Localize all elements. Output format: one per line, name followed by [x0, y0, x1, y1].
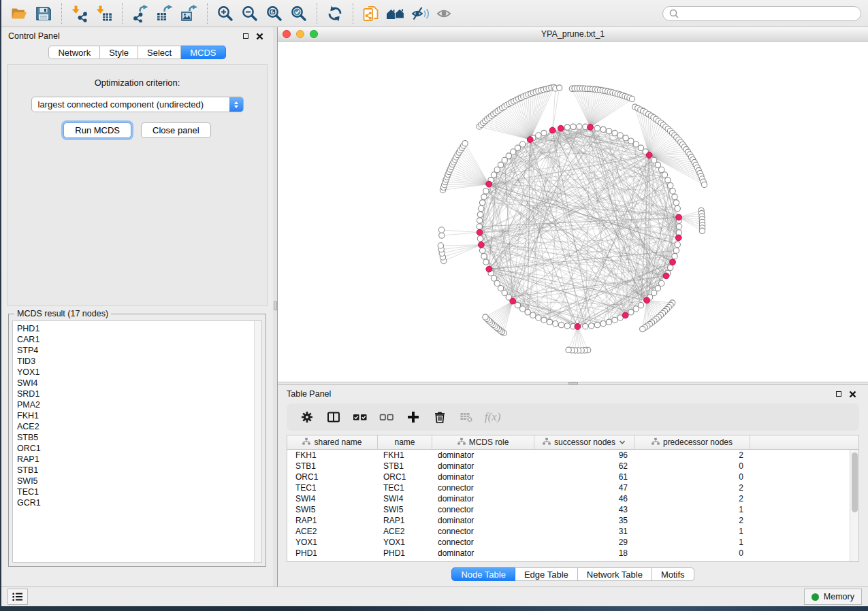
new-network-from-selection-icon[interactable]: [359, 3, 383, 24]
table-options-gear-icon[interactable]: [293, 407, 320, 427]
table-row[interactable]: SWI4SWI4dominator462: [287, 493, 858, 504]
table-cell[interactable]: YOX1: [287, 538, 378, 547]
table-row[interactable]: PHD1PHD1dominator180: [287, 548, 858, 559]
table-cell[interactable]: dominator: [432, 461, 534, 471]
import-table-file-icon[interactable]: [92, 3, 116, 24]
table-cell[interactable]: 1: [634, 538, 750, 547]
close-panel-icon[interactable]: [253, 30, 266, 42]
table-cell[interactable]: 2: [634, 494, 750, 503]
table-cell[interactable]: YOX1: [378, 538, 432, 547]
table-row[interactable]: STB1STB1dominator620: [287, 461, 858, 472]
add-column-plus-icon[interactable]: [400, 407, 426, 427]
mcds-result-item[interactable]: PHD1: [17, 323, 254, 334]
tab-select[interactable]: Select: [138, 46, 181, 59]
table-cell[interactable]: SWI4: [287, 494, 378, 503]
zoom-in-icon[interactable]: [213, 3, 238, 24]
close-panel-button[interactable]: Close panel: [141, 122, 211, 138]
select-all-checkboxes-icon[interactable]: [347, 407, 373, 427]
table-cell[interactable]: RAP1: [378, 516, 432, 525]
hide-graphics-details-icon[interactable]: [408, 3, 432, 24]
table-cell[interactable]: SWI5: [287, 505, 378, 514]
table-cell[interactable]: STB1: [287, 461, 378, 471]
table-row[interactable]: RAP1RAP1dominator352: [287, 515, 858, 526]
table-cell[interactable]: SWI5: [378, 505, 432, 514]
mcds-result-item[interactable]: ORC1: [17, 443, 254, 454]
mcds-result-item[interactable]: PMA2: [17, 399, 254, 410]
table-cell[interactable]: ORC1: [287, 472, 378, 482]
split-view-icon[interactable]: [320, 407, 347, 427]
table-cell[interactable]: dominator: [432, 516, 534, 525]
column-header-shared-name[interactable]: shared name: [287, 435, 378, 449]
mcds-result-item[interactable]: GCR1: [17, 497, 254, 508]
network-canvas[interactable]: [278, 42, 868, 382]
column-header-predecessor-nodes[interactable]: predecessor nodes: [634, 435, 750, 449]
table-cell[interactable]: SWI4: [378, 494, 432, 503]
table-cell[interactable]: 96: [534, 450, 634, 460]
table-row[interactable]: ACE2ACE2connector311: [287, 526, 858, 537]
table-cell[interactable]: 61: [534, 472, 634, 482]
table-cell[interactable]: 18: [534, 548, 634, 558]
table-row[interactable]: FKH1FKH1dominator962: [287, 450, 858, 461]
column-header-name[interactable]: name: [378, 435, 432, 449]
table-cell[interactable]: connector: [432, 527, 534, 536]
table-cell[interactable]: PHD1: [287, 548, 378, 558]
table-cell[interactable]: FKH1: [378, 450, 432, 460]
mcds-result-item[interactable]: YOX1: [17, 367, 254, 378]
table-cell[interactable]: STB1: [378, 461, 432, 471]
close-panel-icon[interactable]: [846, 388, 859, 400]
mcds-result-item[interactable]: TID3: [17, 356, 254, 367]
table-cell[interactable]: 29: [534, 538, 634, 547]
table-cell[interactable]: 2: [634, 483, 750, 493]
mcds-result-item[interactable]: TEC1: [17, 486, 254, 497]
zoom-selected-region-icon[interactable]: [287, 3, 311, 24]
table-cell[interactable]: 31: [534, 527, 634, 536]
refresh-view-icon[interactable]: [323, 3, 347, 24]
table-cell[interactable]: 46: [534, 494, 634, 503]
two-houses-icon[interactable]: [383, 3, 408, 24]
open-file-icon[interactable]: [7, 3, 31, 24]
task-history-button[interactable]: [7, 589, 28, 605]
table-cell[interactable]: 0: [634, 548, 750, 558]
scrollbar-thumb[interactable]: [852, 452, 858, 512]
float-panel-icon[interactable]: [832, 388, 846, 400]
table-cell[interactable]: connector: [432, 538, 534, 547]
column-header-successor-nodes[interactable]: successor nodes: [534, 435, 634, 449]
mcds-result-item[interactable]: STB1: [17, 465, 254, 476]
table-cell[interactable]: PHD1: [378, 548, 432, 558]
search-box[interactable]: [662, 6, 861, 21]
table-cell[interactable]: ORC1: [378, 472, 432, 482]
mcds-result-item[interactable]: SWI4: [17, 378, 254, 389]
table-cell[interactable]: dominator: [432, 548, 534, 558]
table-cell[interactable]: 47: [534, 483, 634, 493]
table-cell[interactable]: ACE2: [287, 527, 378, 536]
export-network-icon[interactable]: [128, 3, 152, 24]
table-cell[interactable]: 62: [534, 461, 634, 471]
mcds-result-item[interactable]: ACE2: [17, 421, 254, 432]
export-table-icon[interactable]: [152, 3, 177, 24]
table-cell[interactable]: dominator: [432, 472, 534, 482]
export-image-icon[interactable]: [177, 3, 202, 24]
memory-button[interactable]: Memory: [804, 589, 862, 605]
table-cell[interactable]: 2: [634, 516, 750, 525]
mcds-result-item[interactable]: STP4: [17, 345, 254, 356]
search-input[interactable]: [683, 8, 855, 19]
table-cell[interactable]: dominator: [432, 450, 534, 460]
table-row[interactable]: YOX1YOX1connector291: [287, 537, 858, 548]
splitter-handle[interactable]: [568, 382, 578, 384]
tab-network[interactable]: Network: [48, 46, 100, 59]
mcds-result-item[interactable]: RAP1: [17, 454, 254, 465]
table-cell[interactable]: TEC1: [287, 483, 378, 493]
save-session-icon[interactable]: [31, 3, 56, 24]
table-cell[interactable]: 43: [534, 505, 634, 514]
table-cell[interactable]: connector: [432, 483, 534, 493]
optimization-criterion-dropdown[interactable]: largest connected component (undirected): [31, 97, 244, 112]
zoom-out-icon[interactable]: [238, 3, 262, 24]
deselect-all-checkboxes-icon[interactable]: [373, 407, 400, 427]
horizontal-splitter[interactable]: [278, 382, 868, 385]
mcds-result-item[interactable]: STB5: [17, 432, 254, 443]
delete-column-trash-icon[interactable]: [426, 407, 453, 427]
table-cell[interactable]: ACE2: [378, 527, 432, 536]
table-cell[interactable]: 0: [634, 472, 750, 482]
table-cell[interactable]: 35: [534, 516, 634, 525]
table-row[interactable]: TEC1TEC1connector472: [287, 482, 858, 493]
